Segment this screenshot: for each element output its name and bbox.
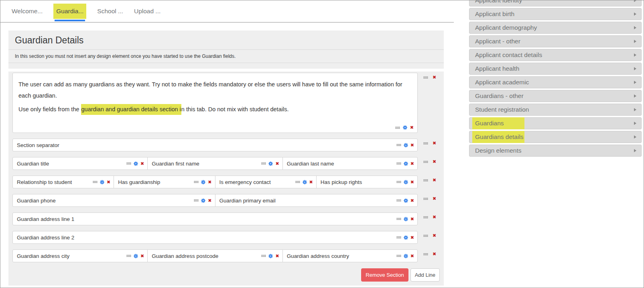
settings-gear-icon[interactable] <box>403 125 407 130</box>
tab-welcome[interactable]: Welcome... <box>12 0 43 22</box>
note-block[interactable]: The user can add as many guardians as th… <box>12 73 418 133</box>
line-delete-icon[interactable]: ✖ <box>433 141 436 145</box>
drag-handle-icon[interactable] <box>261 162 266 165</box>
line-delete-icon[interactable]: ✖ <box>433 215 436 219</box>
line-drag-handle-icon[interactable] <box>423 142 428 145</box>
settings-gear-icon[interactable] <box>404 217 408 221</box>
line-drag-handle-icon[interactable] <box>423 216 428 219</box>
drag-handle-icon[interactable] <box>194 199 199 202</box>
remove-section-button[interactable]: Remove Section <box>361 268 408 282</box>
settings-gear-icon[interactable] <box>268 161 273 166</box>
delete-icon[interactable]: ✖ <box>275 254 279 258</box>
palette-item-applicant-demography[interactable]: Applicant demography <box>469 22 642 34</box>
drag-handle-icon[interactable] <box>93 181 98 183</box>
delete-icon[interactable]: ✖ <box>410 217 414 221</box>
settings-gear-icon[interactable] <box>404 180 408 184</box>
palette-item-applicant-academic[interactable]: Applicant academic <box>469 76 642 88</box>
delete-icon[interactable]: ✖ <box>140 254 144 258</box>
settings-gear-icon[interactable] <box>201 180 205 184</box>
delete-icon[interactable]: ✖ <box>410 235 414 240</box>
line-drag-handle-icon[interactable] <box>423 253 428 255</box>
delete-icon[interactable]: ✖ <box>410 198 414 203</box>
drag-handle-icon[interactable] <box>396 218 401 220</box>
delete-icon[interactable]: ✖ <box>107 180 110 184</box>
drag-handle-icon[interactable] <box>396 255 401 257</box>
field-cell-guardian-address-postcode[interactable]: Guardian address postcode✖ <box>148 250 282 262</box>
palette-item-guardians-details[interactable]: Guardians details <box>469 131 642 143</box>
settings-gear-icon[interactable] <box>134 161 138 166</box>
drag-handle-icon[interactable] <box>396 236 401 239</box>
line-delete-icon[interactable]: ✖ <box>433 252 436 256</box>
field-cell-has-guardianship[interactable]: Has guardianship✖ <box>114 176 215 188</box>
delete-icon[interactable]: ✖ <box>275 161 279 166</box>
delete-icon[interactable]: ✖ <box>140 161 144 166</box>
field-cell-guardian-address-city[interactable]: Guardian address city✖ <box>13 250 148 262</box>
field-cell-is-emergency-contact[interactable]: Is emergency contact✖ <box>215 176 317 188</box>
field-cell-guardian-first-name[interactable]: Guardian first name✖ <box>148 157 282 170</box>
settings-gear-icon[interactable] <box>404 143 408 147</box>
palette-item-applicant-other[interactable]: Applicant - other <box>469 35 642 47</box>
field-cell-guardian-last-name[interactable]: Guardian last name✖ <box>283 157 417 170</box>
drag-handle-icon[interactable] <box>126 255 131 257</box>
settings-gear-icon[interactable] <box>303 180 307 184</box>
tab-upload[interactable]: Upload ... <box>134 0 160 22</box>
field-cell-guardian-address-country[interactable]: Guardian address country✖ <box>283 250 417 262</box>
delete-icon[interactable]: ✖ <box>410 180 414 184</box>
line-drag-handle-icon[interactable] <box>423 179 428 182</box>
delete-icon[interactable]: ✖ <box>208 198 211 203</box>
drag-handle-icon[interactable] <box>396 144 401 146</box>
tab-guardia[interactable]: Guardia... <box>53 0 86 22</box>
field-cell-guardian-phone[interactable]: Guardian phone✖ <box>13 194 215 206</box>
field-cell-section-separator[interactable]: Section separator✖ <box>13 139 417 151</box>
field-cell-relationship-to-student[interactable]: Relationship to student✖ <box>13 176 114 188</box>
row-line-tools: ✖ <box>418 231 436 238</box>
tab-school[interactable]: School ... <box>97 0 123 22</box>
drag-handle-icon[interactable] <box>396 181 401 183</box>
add-line-button[interactable]: Add Line <box>410 268 440 282</box>
settings-gear-icon[interactable] <box>404 198 408 203</box>
line-drag-handle-icon[interactable] <box>423 76 428 79</box>
delete-icon[interactable]: ✖ <box>208 180 211 184</box>
drag-handle-icon[interactable] <box>261 255 266 257</box>
settings-gear-icon[interactable] <box>268 254 273 258</box>
drag-handle-icon[interactable] <box>395 127 400 129</box>
drag-handle-icon[interactable] <box>396 162 401 165</box>
settings-gear-icon[interactable] <box>404 161 408 166</box>
delete-icon[interactable]: ✖ <box>410 161 414 166</box>
line-delete-icon[interactable]: ✖ <box>433 178 436 182</box>
field-cell-guardian-primary-email[interactable]: Guardian primary email✖ <box>215 194 418 206</box>
line-delete-icon[interactable]: ✖ <box>433 159 436 164</box>
line-drag-handle-icon[interactable] <box>423 235 428 237</box>
delete-icon[interactable]: ✖ <box>410 125 414 130</box>
field-cell-has-pickup-rights[interactable]: Has pickup rights✖ <box>317 176 417 188</box>
settings-gear-icon[interactable] <box>134 254 138 258</box>
palette-item-student-registration[interactable]: Student registration <box>469 104 642 116</box>
field-cell-guardian-address-line-2[interactable]: Guardian address line 2✖ <box>13 231 417 243</box>
line-delete-icon[interactable]: ✖ <box>433 75 436 80</box>
field-cell-guardian-title[interactable]: Guardian title✖ <box>13 157 148 170</box>
palette-item-applicant-contact-details[interactable]: Applicant contact details <box>469 49 642 61</box>
settings-gear-icon[interactable] <box>201 198 205 203</box>
settings-gear-icon[interactable] <box>404 254 408 258</box>
drag-handle-icon[interactable] <box>295 181 300 183</box>
line-drag-handle-icon[interactable] <box>423 161 428 163</box>
settings-gear-icon[interactable] <box>100 180 104 184</box>
palette-item-applicant-health[interactable]: Applicant health <box>469 63 642 75</box>
palette-item-guardians-other[interactable]: Guardians - other <box>469 90 642 102</box>
delete-icon[interactable]: ✖ <box>410 143 414 147</box>
drag-handle-icon[interactable] <box>396 199 401 202</box>
palette-item-design-elements[interactable]: Design elements <box>469 145 642 157</box>
settings-gear-icon[interactable] <box>404 235 408 240</box>
drag-handle-icon[interactable] <box>126 162 131 165</box>
delete-icon[interactable]: ✖ <box>309 180 313 184</box>
palette-item-guardians[interactable]: Guardians <box>469 117 642 129</box>
field-cell-guardian-address-line-1[interactable]: Guardian address line 1✖ <box>13 213 417 225</box>
line-delete-icon[interactable]: ✖ <box>433 196 436 201</box>
delete-icon[interactable]: ✖ <box>410 254 414 258</box>
drag-handle-icon[interactable] <box>194 181 199 183</box>
palette-item-applicant-birth[interactable]: Applicant birth <box>469 8 642 20</box>
palette-item-applicant-identity[interactable]: Applicant identity <box>469 0 642 6</box>
line-delete-icon[interactable]: ✖ <box>433 233 436 238</box>
row-line-content: Guardian address line 2✖ <box>12 231 418 244</box>
line-drag-handle-icon[interactable] <box>423 198 428 200</box>
